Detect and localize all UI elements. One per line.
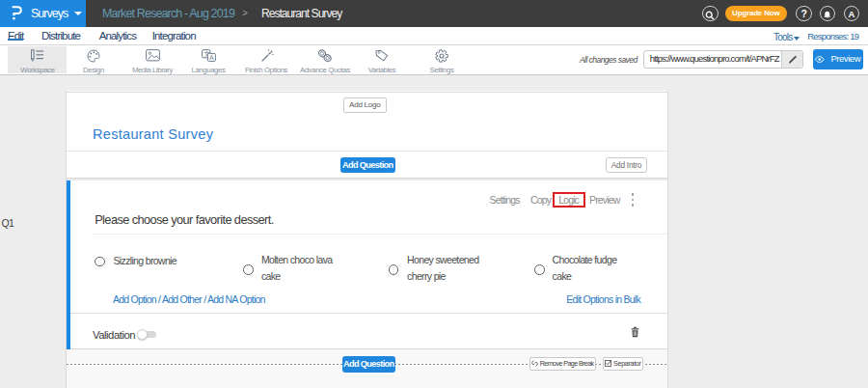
svg-text:A: A [209,53,214,60]
